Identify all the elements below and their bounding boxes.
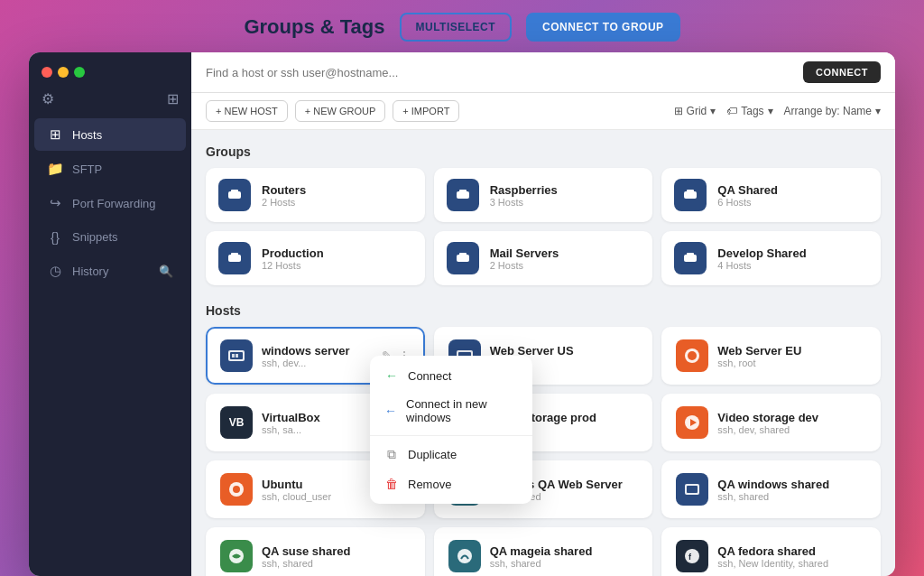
new-host-button[interactable]: + NEW HOST <box>206 100 288 122</box>
toolbar-right: ⊞ Grid ▾ 🏷 Tags ▾ Arrange by: Name ▾ <box>674 105 881 117</box>
settings-icon[interactable]: ⚙ <box>42 90 54 107</box>
group-sub-mail-servers: 2 Hosts <box>490 260 559 271</box>
import-button[interactable]: + IMPORT <box>393 100 459 122</box>
multiselect-button[interactable]: MULTISELECT <box>400 13 513 42</box>
group-card-routers[interactable]: Routers 2 Hosts <box>206 168 425 222</box>
host-icon-qa-mageia-shared <box>448 540 481 572</box>
group-card-raspberries[interactable]: Raspberries 3 Hosts <box>434 168 653 222</box>
group-card-qa-shared[interactable]: QA Shared 6 Hosts <box>661 168 881 222</box>
host-card-qa-suse-shared[interactable]: QA suse shared ssh, shared <box>206 527 425 576</box>
group-name-qa-shared: QA Shared <box>717 183 778 197</box>
sidebar-item-snippets[interactable]: {} Snippets <box>34 221 186 253</box>
host-name-qa-windows-shared: QA windows shared <box>717 478 829 491</box>
host-info-virtualbox: VirtualBox ssh, sa... <box>262 411 320 435</box>
search-bar: CONNECT <box>191 52 895 93</box>
host-sub-virtualbox: ssh, sa... <box>262 424 320 435</box>
host-icon-virtualbox: VB <box>220 406 253 439</box>
sidebar-item-history[interactable]: ◷ History 🔍 <box>34 255 186 287</box>
new-group-button[interactable]: + NEW GROUP <box>295 100 386 122</box>
group-sub-production: 12 Hosts <box>262 260 324 271</box>
search-connect-button[interactable]: CONNECT <box>803 61 881 83</box>
sidebar-item-sftp[interactable]: 📁 SFTP <box>34 153 186 185</box>
minimize-dot[interactable] <box>58 67 69 78</box>
page-title: Groups & Tags <box>244 15 384 39</box>
group-icon-raspberries <box>447 179 479 211</box>
hosts-section-title: Hosts <box>206 303 881 318</box>
host-card-qa-fedora-shared[interactable]: f QA fedora shared ssh, New Identity, sh… <box>661 527 881 576</box>
svg-rect-26 <box>232 354 235 358</box>
svg-point-14 <box>231 257 234 260</box>
host-card-video-storage-dev[interactable]: Video storage dev ssh, dev, shared <box>661 394 881 451</box>
host-card-qa-windows-shared[interactable]: QA windows shared ssh, shared <box>661 460 881 518</box>
context-duplicate-label: Duplicate <box>408 448 457 461</box>
host-icon-web-server-eu <box>676 339 708 372</box>
svg-point-23 <box>692 257 695 260</box>
snippets-icon: {} <box>47 229 63 245</box>
svg-point-15 <box>236 257 239 260</box>
context-connect-label: Connect <box>408 369 451 383</box>
sidebar-top-icons: ⚙ ⊞ <box>29 90 191 118</box>
connect-to-group-button[interactable]: CONNECT TO GROUP <box>526 13 679 42</box>
host-sub-windows-server: ssh, dev... <box>262 358 350 368</box>
tags-selector[interactable]: 🏷 Tags ▾ <box>726 105 772 117</box>
svg-rect-13 <box>231 253 238 256</box>
host-info-qa-suse-shared: QA suse shared ssh, shared <box>262 544 351 569</box>
host-sub-qa-fedora-shared: ssh, New Identity, shared <box>717 558 828 569</box>
host-card-qa-mageia-shared[interactable]: QA mageia shared ssh, shared <box>434 527 653 576</box>
toolbar: + NEW HOST + NEW GROUP + IMPORT ⊞ Grid ▾… <box>191 93 895 130</box>
svg-rect-1 <box>231 190 238 193</box>
context-duplicate[interactable]: ⧉ Duplicate <box>370 440 532 469</box>
history-icon: ◷ <box>47 263 63 279</box>
search-icon[interactable]: 🔍 <box>159 265 173 278</box>
group-card-develop-shared[interactable]: Develop Shared 4 Hosts <box>661 231 881 285</box>
svg-point-18 <box>458 257 461 260</box>
host-info-web-server-eu: Web Server EU ssh, root <box>717 344 801 368</box>
arrange-selector[interactable]: Arrange by: Name ▾ <box>784 105 881 117</box>
host-card-windows-server[interactable]: windows server ssh, dev... ✎ ⋮ ← Connect <box>206 327 425 385</box>
sidebar: ⚙ ⊞ ⊞ Hosts 📁 SFTP ↪ Port Forwarding {} … <box>29 52 191 576</box>
group-info-raspberries: Raspberries 3 Hosts <box>490 183 558 208</box>
svg-point-11 <box>692 194 695 197</box>
group-name-develop-shared: Develop Shared <box>717 246 806 260</box>
group-card-production[interactable]: Production 12 Hosts <box>206 231 425 285</box>
host-name-qa-suse-shared: QA suse shared <box>262 544 351 558</box>
group-info-qa-shared: QA Shared 6 Hosts <box>717 183 778 208</box>
host-name-ubuntu: Ubuntu <box>262 478 331 491</box>
host-name-qa-mageia-shared: QA mageia shared <box>490 544 593 558</box>
search-input[interactable] <box>206 66 796 79</box>
sidebar-item-hosts[interactable]: ⊞ Hosts <box>34 118 186 151</box>
group-name-routers: Routers <box>262 183 306 197</box>
host-icon-qa-suse-shared <box>220 540 253 572</box>
host-sub-qa-suse-shared: ssh, shared <box>262 558 351 569</box>
maximize-dot[interactable] <box>74 67 85 78</box>
context-connect[interactable]: ← Connect <box>370 361 532 390</box>
group-info-develop-shared: Develop Shared 4 Hosts <box>717 246 806 271</box>
sidebar-label-snippets: Snippets <box>72 230 118 244</box>
sidebar-label-hosts: Hosts <box>72 128 102 142</box>
hosts-icon: ⊞ <box>47 126 63 143</box>
svg-point-43 <box>685 549 699 563</box>
context-remove[interactable]: 🗑 Remove <box>370 469 532 498</box>
group-card-mail-servers[interactable]: Mail Servers 2 Hosts <box>434 231 653 285</box>
host-name-video-storage-dev: Video storage dev <box>717 411 818 424</box>
group-name-raspberries: Raspberries <box>490 183 558 197</box>
duplicate-icon: ⧉ <box>384 447 399 462</box>
sidebar-label-port-forwarding: Port Forwarding <box>72 197 155 210</box>
svg-rect-40 <box>687 486 698 493</box>
group-sub-raspberries: 3 Hosts <box>490 197 558 208</box>
layout-icon[interactable]: ⊞ <box>167 90 179 107</box>
context-divider-1 <box>370 435 532 436</box>
connect-arrow-icon: ← <box>384 368 399 383</box>
sidebar-item-port-forwarding[interactable]: ↪ Port Forwarding <box>34 187 186 219</box>
host-info-ubuntu: Ubuntu ssh, cloud_user <box>262 478 331 502</box>
svg-point-22 <box>687 257 689 260</box>
host-card-web-server-eu[interactable]: Web Server EU ssh, root <box>661 327 881 385</box>
sidebar-nav: ⊞ Hosts 📁 SFTP ↪ Port Forwarding {} Snip… <box>29 118 191 287</box>
svg-rect-9 <box>687 190 694 193</box>
context-connect-new-windows[interactable]: ← Connect in new windows <box>370 390 532 432</box>
tags-chevron-icon: ▾ <box>768 105 773 117</box>
close-dot[interactable] <box>42 67 52 78</box>
sftp-icon: 📁 <box>47 161 63 177</box>
view-grid-selector[interactable]: ⊞ Grid ▾ <box>674 105 716 117</box>
host-sub-web-server-eu: ssh, root <box>717 358 801 368</box>
